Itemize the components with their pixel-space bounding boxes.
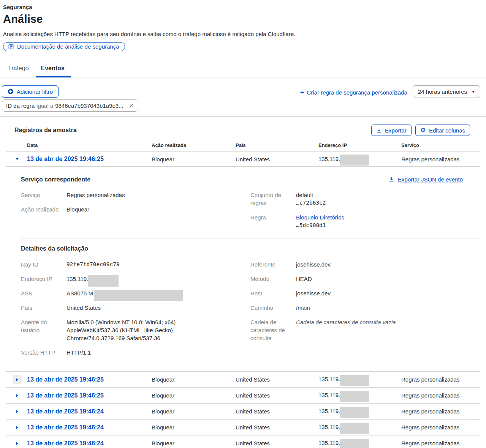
records-header: Registros de amostra Exportar ⚙ Editar c… bbox=[6, 117, 480, 136]
path-value: /main bbox=[296, 304, 480, 312]
breadcrumb: Segurança bbox=[3, 4, 483, 10]
tab-trafego[interactable]: Tráfego bbox=[5, 63, 32, 77]
query-string-value: Cadeia de caracteres de consulta vazia bbox=[296, 318, 480, 326]
add-filter-button[interactable]: Adicionar filtro bbox=[2, 85, 59, 98]
create-security-rule-link[interactable]: + Criar regra de segurança personalizada bbox=[300, 89, 407, 96]
expand-row-button[interactable] bbox=[6, 391, 27, 400]
row-date-link[interactable]: 13 de abr de 2025 19:46:24 bbox=[27, 408, 152, 415]
row-date-link[interactable]: 13 de abr de 2025 19:46:24 bbox=[27, 440, 152, 447]
field-label: Caminho bbox=[250, 304, 296, 312]
row-action: Bloquear bbox=[152, 392, 236, 399]
download-icon bbox=[376, 128, 382, 133]
row-ip: 135.119. bbox=[318, 424, 401, 431]
row-action: Bloquear bbox=[152, 408, 236, 415]
row-service: Regras personalizadas bbox=[401, 392, 480, 399]
row-action: Bloquear bbox=[152, 376, 236, 383]
row-action: Bloquear bbox=[152, 156, 236, 162]
records-actions: Exportar ⚙ Editar colunas bbox=[371, 125, 470, 136]
country-value: United States bbox=[66, 304, 250, 312]
edit-columns-button[interactable]: ⚙ Editar colunas bbox=[415, 125, 470, 136]
row-ip: 135.119. bbox=[318, 392, 401, 399]
ray-id-value: 92fe7fd70ec09c79 bbox=[66, 260, 250, 268]
redacted-ip bbox=[340, 439, 369, 448]
field-label: Host bbox=[250, 289, 296, 297]
redacted-asn bbox=[94, 290, 183, 301]
row-date-link[interactable]: 13 de abr de 2025 19:46:25 bbox=[27, 392, 152, 399]
request-details-right: Referente josehisse.dev Método HEAD Host… bbox=[250, 260, 480, 363]
plus-circle-icon bbox=[8, 88, 14, 95]
security-docs-label: Documentação de análise de segurança bbox=[17, 43, 119, 50]
add-filter-label: Adicionar filtro bbox=[17, 88, 53, 95]
expand-row-button[interactable] bbox=[6, 439, 27, 448]
request-details-fields: Ray ID 92fe7fd70ec09c79 Endereço IP 135.… bbox=[21, 260, 480, 363]
row-country: United States bbox=[236, 156, 318, 162]
create-security-rule-label: Criar regra de segurança personalizada bbox=[307, 89, 407, 96]
time-range-dropdown[interactable]: 24 horas anteriores ▼ bbox=[413, 85, 480, 98]
table-row: 13 de abr de 2025 19:46:25 Bloquear Unit… bbox=[6, 372, 480, 388]
ruleset-id: …c72b63c2 bbox=[296, 199, 480, 207]
row-service: Regras personalizadas bbox=[401, 376, 480, 383]
filter-chip-field: ID da regra bbox=[6, 103, 35, 109]
field-referente: Referente josehisse.dev bbox=[250, 260, 480, 268]
column-header-data: Data bbox=[27, 142, 152, 148]
field-label: Endereço IP bbox=[21, 275, 66, 283]
row-action: Bloquear bbox=[152, 440, 236, 446]
expand-row-button[interactable] bbox=[6, 375, 27, 384]
request-details-title: Detalhes da solicitação bbox=[21, 245, 480, 252]
filter-chip-operator: igual a bbox=[36, 103, 53, 109]
gear-icon: ⚙ bbox=[420, 127, 426, 134]
security-docs-button[interactable]: Documentação de análise de segurança bbox=[3, 42, 125, 51]
row-date-link[interactable]: 13 de abr de 2025 19:46:24 bbox=[27, 424, 152, 431]
table-row: 13 de abr de 2025 19:46:24 Bloquear Unit… bbox=[6, 420, 480, 435]
event-detail-panel: Serviço correspondente Exportar JSON de … bbox=[6, 166, 480, 372]
row-ip: 135.119. bbox=[318, 440, 401, 447]
column-header-servico: Serviço bbox=[401, 142, 480, 148]
field-label: Conjunto de regras bbox=[250, 191, 296, 207]
field-value: Bloquear bbox=[66, 205, 250, 213]
referer-value: josehisse.dev bbox=[296, 260, 480, 268]
field-versao-http: Versão HTTP HTTP/1.1 bbox=[21, 349, 250, 357]
field-label: Ação realizada bbox=[21, 205, 66, 213]
export-button[interactable]: Exportar bbox=[371, 125, 412, 136]
request-details-section: Detalhes da solicitação Ray ID 92fe7fd70… bbox=[21, 238, 480, 371]
book-icon bbox=[8, 44, 14, 50]
field-caminho: Caminho /main bbox=[250, 304, 480, 312]
row-date-link[interactable]: 13 de abr de 2025 19:46:25 bbox=[27, 156, 152, 162]
sample-records-section: Registros de amostra Exportar ⚙ Editar c… bbox=[6, 117, 480, 448]
chevron-down-icon: ▼ bbox=[472, 90, 475, 94]
redacted-ip bbox=[340, 391, 369, 402]
table-row: 13 de abr de 2025 19:46:25 Bloquear Unit… bbox=[6, 388, 480, 404]
row-date-link[interactable]: 13 de abr de 2025 19:46:25 bbox=[27, 376, 152, 383]
export-event-json-link[interactable]: Exportar JSON de evento bbox=[389, 176, 463, 183]
row-service: Regras personalizadas bbox=[401, 408, 480, 415]
column-header-pais: País bbox=[236, 142, 318, 148]
filter-chip[interactable]: ID da regra igual a 9846ea7b937043b1a9e3… bbox=[2, 99, 138, 112]
expand-row-button[interactable] bbox=[6, 407, 27, 416]
chevron-right-icon bbox=[13, 423, 22, 432]
expand-row-button[interactable] bbox=[6, 423, 27, 432]
field-agente-do-usuario: Agente do usuário Mozilla/5.0 (Windows N… bbox=[21, 318, 250, 342]
redacted-ip bbox=[340, 423, 369, 434]
collapse-row-button[interactable] bbox=[6, 155, 27, 164]
field-servico: Serviço Regras personalizadas bbox=[21, 191, 250, 199]
field-metodo: Método HEAD bbox=[250, 275, 480, 283]
row-service: Regras personalizadas bbox=[401, 440, 480, 446]
page-header: Segurança Análise Analise solicitações H… bbox=[0, 0, 486, 51]
tab-eventos[interactable]: Eventos bbox=[38, 63, 68, 77]
user-agent-value: Mozilla/5.0 (Windows NT 10.0; Win64; x64… bbox=[66, 318, 182, 342]
field-label: Ray ID bbox=[21, 260, 66, 268]
field-regra: Regra Bloqueio Diretórios …5dc908d1 bbox=[250, 213, 480, 229]
close-icon[interactable] bbox=[128, 103, 134, 109]
export-label: Exportar bbox=[385, 127, 407, 134]
rule-name-link[interactable]: Bloqueio Diretórios bbox=[296, 213, 480, 221]
ip-value: 135.119. bbox=[66, 275, 250, 283]
filter-bar: Adicionar filtro ID da regra igual a 984… bbox=[0, 77, 486, 112]
column-header-ip: Endereço IP bbox=[318, 142, 401, 148]
table-row: 13 de abr de 2025 19:46:24 Bloquear Unit… bbox=[6, 435, 480, 448]
table-header-row: Data Ação realizada País Endereço IP Ser… bbox=[6, 142, 480, 152]
row-country: United States bbox=[236, 440, 318, 446]
filter-right: + Criar regra de segurança personalizada… bbox=[300, 87, 480, 98]
row-country: United States bbox=[236, 392, 318, 399]
chevron-right-icon bbox=[13, 439, 22, 448]
matched-service-header: Serviço correspondente Exportar JSON de … bbox=[21, 176, 480, 183]
